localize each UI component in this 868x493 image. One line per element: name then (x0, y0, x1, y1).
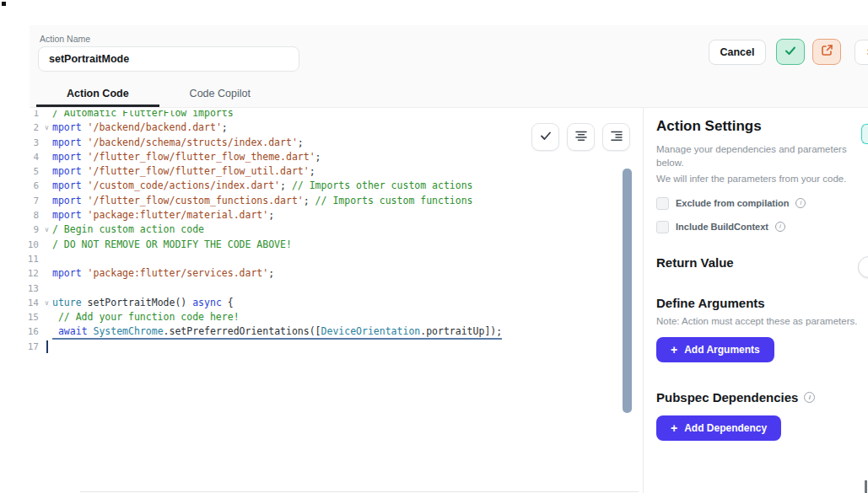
format-indent-button[interactable] (602, 123, 630, 151)
open-in-new-button[interactable] (812, 39, 841, 65)
code-text: / Begin custom action code (52, 222, 204, 237)
confirm-button[interactable] (776, 39, 805, 65)
fold-spacer (41, 208, 52, 222)
exclude-compilation-row: Exclude from compilation i (656, 197, 864, 210)
line-number: 16 (0, 324, 41, 339)
tab-bar: Action Code Code Copilot (36, 82, 281, 107)
code-line[interactable]: 6mport '/custom_code/actions/index.dart'… (0, 179, 641, 193)
line-number: 1 (0, 110, 41, 121)
code-line[interactable]: 10/ DO NOT REMOVE OR MODIFY THE CODE ABO… (0, 238, 641, 252)
line-number: 5 (0, 164, 41, 179)
code-text: mport '/custom_code/actions/index.dart';… (52, 179, 473, 193)
custom-action-editor: Action Name Cancel Sa Action Code (0, 0, 868, 493)
define-arguments-note: Note: Action must accept these as parame… (656, 316, 864, 326)
format-indent-icon (610, 129, 623, 146)
line-number: 12 (0, 266, 41, 281)
format-align-icon (574, 129, 588, 146)
validate-code-button[interactable] (531, 123, 559, 151)
fold-spacer (41, 136, 52, 150)
add-arguments-button[interactable]: + Add Arguments (656, 337, 774, 362)
line-number: 17 (0, 340, 41, 354)
exclude-compilation-checkbox[interactable] (656, 197, 669, 210)
code-line[interactable]: 11 (0, 252, 641, 266)
line-number: 10 (0, 238, 41, 252)
code-line[interactable]: 12mport 'package:flutter/services.dart'; (0, 266, 641, 281)
fold-spacer (41, 324, 52, 339)
header-bar: Action Name Cancel Sa Action Code (30, 25, 868, 108)
code-line[interactable]: 9∨/ Begin custom action code (0, 222, 641, 237)
format-align-button[interactable] (567, 123, 595, 151)
code-text: await SystemChrome.setPreferredOrientati… (52, 324, 502, 339)
code-line[interactable]: 14∨uture setPortraitMode() async { (0, 296, 641, 310)
code-text: // Add your function code here! (52, 310, 240, 324)
code-text: / DO NOT REMOVE OR MODIFY THE CODE ABOVE… (52, 238, 292, 252)
code-line[interactable]: 1/ Automatic FlutterFlow imports (0, 110, 641, 121)
editor-toolbar (531, 123, 630, 151)
add-arguments-label: Add Arguments (684, 344, 760, 356)
fold-spacer (41, 179, 52, 193)
code-text: uture setPortraitMode() async { (52, 296, 234, 310)
code-line[interactable]: 15 // Add your function code here! (0, 310, 641, 324)
fold-spacer (41, 310, 52, 324)
pubspec-heading-row: Pubspec Dependencies i (656, 390, 864, 405)
external-link-icon (821, 44, 833, 60)
code-line[interactable]: 8mport 'package:flutter/material.dart'; (0, 208, 641, 222)
screen-artifact-dot (2, 2, 6, 6)
info-icon[interactable]: i (795, 198, 806, 208)
code-line[interactable]: 17 (0, 340, 641, 354)
code-text: / Automatic FlutterFlow imports (52, 110, 234, 121)
tab-action-code[interactable]: Action Code (36, 82, 159, 107)
fold-spacer (41, 194, 52, 208)
define-arguments-heading: Define Arguments (656, 296, 864, 310)
cancel-button[interactable]: Cancel (709, 40, 766, 65)
fold-chevron-icon[interactable]: ∨ (41, 296, 52, 310)
check-icon (539, 129, 553, 146)
fold-spacer (41, 164, 52, 179)
action-settings-panel: Action Settings Manage your dependencies… (656, 118, 864, 441)
fold-spacer (41, 266, 52, 281)
code-line[interactable]: 13 (0, 281, 641, 296)
fold-spacer (41, 238, 52, 252)
line-number: 8 (0, 208, 41, 222)
panel-divider (643, 108, 644, 493)
include-buildcontext-checkbox[interactable] (656, 221, 669, 233)
code-line[interactable]: 16 await SystemChrome.setPreferredOrient… (0, 324, 641, 339)
fold-chevron-icon[interactable]: ∨ (41, 222, 52, 237)
panel-edge-button[interactable] (861, 124, 868, 144)
info-icon[interactable]: i (775, 222, 785, 232)
fold-spacer (41, 150, 52, 164)
tab-code-copilot[interactable]: Code Copilot (159, 82, 281, 107)
fold-chevron-icon[interactable]: ∨ (41, 121, 52, 135)
code-text: mport '/flutter_flow/flutter_flow_util.d… (52, 164, 315, 179)
panel-description-1: Manage your dependencies and parameters … (656, 143, 864, 169)
return-value-heading: Return Value (656, 255, 864, 270)
editor-scrollbar[interactable] (623, 169, 632, 413)
code-line[interactable]: 7mport '/flutter_flow/custom_functions.d… (0, 194, 641, 208)
line-number: 7 (0, 194, 41, 208)
include-buildcontext-row: Include BuildContext i (656, 221, 864, 233)
add-dependency-label: Add Dependency (684, 422, 767, 434)
code-line[interactable]: 5mport '/flutter_flow/flutter_flow_util.… (0, 164, 641, 179)
save-button[interactable]: Sa (855, 40, 868, 65)
code-line[interactable]: 4mport '/flutter_flow/flutter_flow_theme… (0, 150, 641, 164)
editor-bottom-divider (80, 491, 639, 492)
line-number: 15 (0, 310, 41, 324)
line-number: 6 (0, 179, 41, 193)
line-number: 2 (0, 121, 41, 135)
check-icon (784, 44, 797, 61)
code-text: mport '/flutter_flow/custom_functions.da… (52, 194, 473, 208)
line-number: 3 (0, 136, 41, 150)
info-icon[interactable]: i (804, 392, 815, 403)
header-actions: Cancel Sa (30, 39, 868, 66)
fold-spacer (41, 281, 52, 296)
add-dependency-button[interactable]: + Add Dependency (656, 415, 781, 441)
window-scrollbar[interactable] (865, 480, 867, 493)
plus-icon: + (671, 423, 677, 433)
code-text: mport '/backend/schema/structs/index.dar… (52, 136, 304, 150)
plus-icon: + (671, 345, 677, 355)
panel-title: Action Settings (656, 118, 864, 135)
line-number: 4 (0, 150, 41, 164)
line-number: 13 (0, 281, 41, 296)
include-buildcontext-label: Include BuildContext (676, 222, 768, 232)
code-editor[interactable]: 1/ Automatic FlutterFlow imports2∨mport … (0, 110, 641, 492)
